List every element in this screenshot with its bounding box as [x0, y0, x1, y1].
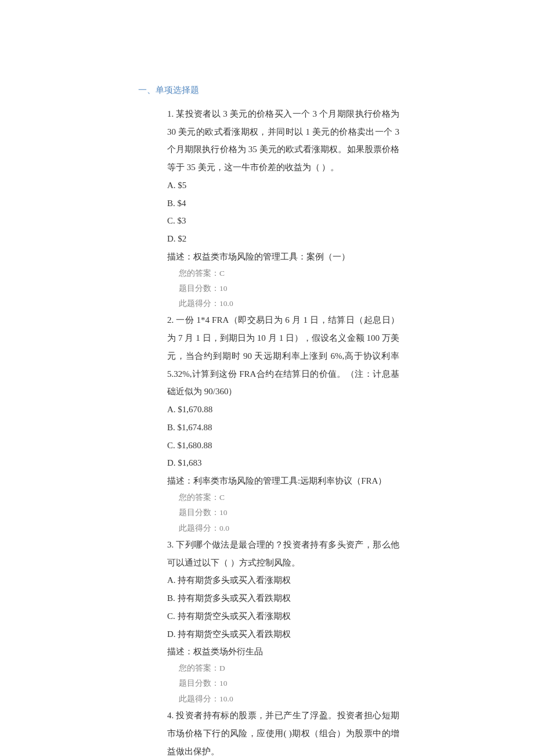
score-obtained-line: 此题得分：10.0 — [179, 692, 399, 707]
question-stem: 1. 某投资者以 3 美元的价格买入一个 3 个月期限执行价格为 30 美元的欧… — [167, 105, 399, 177]
your-answer-line: 您的答案：C — [179, 266, 399, 281]
item-points-line: 题目分数：10 — [179, 505, 399, 520]
question-block: 3. 下列哪个做法是最合理的？投资者持有多头资产，那么他可以通过以下（ ）方式控… — [167, 536, 399, 707]
score-obtained-line: 此题得分：10.0 — [179, 296, 399, 311]
question-option: A. 持有期货多头或买入看涨期权 — [167, 571, 399, 589]
question-option: D. 持有期货空头或买入看跌期权 — [167, 625, 399, 643]
question-option: B. $1,674.88 — [167, 419, 399, 437]
question-stem: 2. 一份 1*4 FRA（即交易日为 6 月 1 日，结算日（起息日）为 7 … — [167, 311, 399, 401]
question-option: D. $2 — [167, 230, 399, 248]
question-block: 4. 投资者持有标的股票，并已产生了浮盈。投资者担心短期市场价格下行的风险，应使… — [167, 707, 399, 756]
question-option: C. 持有期货空头或买入看涨期权 — [167, 607, 399, 625]
question-block: 1. 某投资者以 3 美元的价格买入一个 3 个月期限执行价格为 30 美元的欧… — [167, 105, 399, 312]
question-description: 描述：权益类市场风险的管理工具：案例（一） — [167, 248, 399, 266]
item-points-line: 题目分数：10 — [179, 676, 399, 691]
question-block: 2. 一份 1*4 FRA（即交易日为 6 月 1 日，结算日（起息日）为 7 … — [167, 311, 399, 535]
question-option: C. $1,680.88 — [167, 437, 399, 455]
question-stem: 3. 下列哪个做法是最合理的？投资者持有多头资产，那么他可以通过以下（ ）方式控… — [167, 536, 399, 572]
question-description: 描述：利率类市场风险的管理工具:远期利率协议（FRA） — [167, 472, 399, 490]
your-answer-line: 您的答案：C — [179, 490, 399, 505]
item-points-line: 题目分数：10 — [179, 281, 399, 296]
your-answer-line: 您的答案：D — [179, 661, 399, 676]
question-option: D. $1,683 — [167, 454, 399, 472]
section-heading: 一、单项选择题 — [138, 81, 534, 99]
question-stem: 4. 投资者持有标的股票，并已产生了浮盈。投资者担心短期市场价格下行的风险，应使… — [167, 707, 399, 756]
questions-container: 1. 某投资者以 3 美元的价格买入一个 3 个月期限执行价格为 30 美元的欧… — [167, 105, 399, 756]
question-option: A. $5 — [167, 177, 399, 195]
score-obtained-line: 此题得分：0.0 — [179, 521, 399, 536]
question-option: C. $3 — [167, 212, 399, 230]
question-option: B. $4 — [167, 195, 399, 213]
question-option: B. 持有期货多头或买入看跌期权 — [167, 589, 399, 607]
question-option: A. $1,670.88 — [167, 401, 399, 419]
question-description: 描述：权益类场外衍生品 — [167, 643, 399, 661]
